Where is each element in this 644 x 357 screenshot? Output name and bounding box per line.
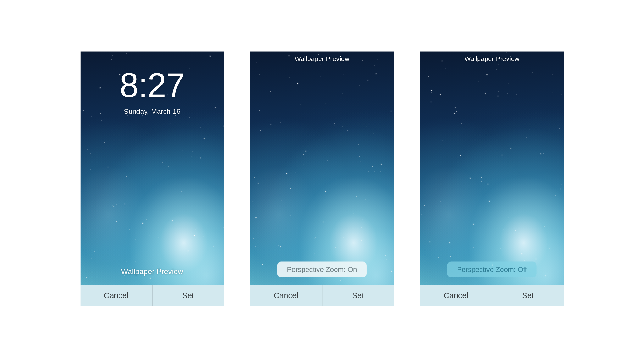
cancel-button[interactable]: Cancel — [80, 285, 152, 306]
perspective-zoom-toggle[interactable]: Perspective Zoom: On — [277, 261, 367, 277]
perspective-zoom-label: Perspective Zoom: — [457, 266, 516, 273]
wallpaper-preview-label: Wallpaper Preview — [80, 267, 224, 276]
perspective-zoom-toggle[interactable]: Perspective Zoom: Off — [447, 261, 536, 277]
wallpaper-stars — [250, 51, 394, 285]
screen-zoom-off: Wallpaper Preview Perspective Zoom: Off … — [420, 51, 564, 306]
lock-date: Sunday, March 16 — [80, 107, 224, 115]
perspective-zoom-value: On — [348, 266, 357, 273]
bottom-bar: Cancel Set — [420, 285, 564, 306]
cancel-button[interactable]: Cancel — [250, 285, 322, 306]
bottom-bar: Cancel Set — [80, 285, 224, 306]
screen-lock-preview: 8:27 Sunday, March 16 Wallpaper Preview … — [80, 51, 224, 306]
set-button[interactable]: Set — [492, 285, 564, 306]
set-button[interactable]: Set — [152, 285, 224, 306]
perspective-zoom-value: Off — [518, 266, 527, 273]
page-title: Wallpaper Preview — [420, 55, 564, 62]
wallpaper-area[interactable]: 8:27 Sunday, March 16 Wallpaper Preview — [80, 51, 224, 285]
page-title: Wallpaper Preview — [250, 55, 394, 62]
set-button[interactable]: Set — [322, 285, 394, 306]
screen-zoom-on: Wallpaper Preview Perspective Zoom: On C… — [250, 51, 394, 306]
wallpaper-area[interactable]: Wallpaper Preview Perspective Zoom: On — [250, 51, 394, 285]
lock-time: 8:27 — [80, 68, 224, 102]
wallpaper-area[interactable]: Wallpaper Preview Perspective Zoom: Off — [420, 51, 564, 285]
wallpaper-stars — [420, 51, 564, 285]
cancel-button[interactable]: Cancel — [420, 285, 492, 306]
perspective-zoom-label: Perspective Zoom: — [287, 266, 346, 273]
bottom-bar: Cancel Set — [250, 285, 394, 306]
